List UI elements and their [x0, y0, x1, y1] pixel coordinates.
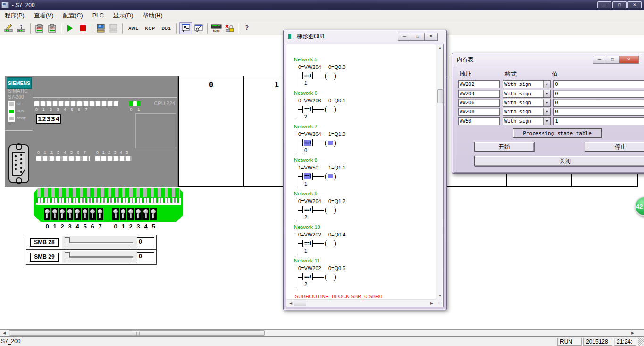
scroll-left-arrow[interactable]: ◀	[0, 330, 8, 336]
input-toggle-switch[interactable]	[127, 208, 134, 220]
awl-editor-icon[interactable]: AWL	[33, 22, 46, 34]
ladder-vertical-scrollbar[interactable]: ▲ ▼	[436, 44, 443, 299]
input-toggle-switch[interactable]	[51, 208, 58, 220]
help-icon[interactable]: ?	[241, 22, 253, 34]
memory-close-button[interactable]: ✕	[619, 56, 639, 64]
numeric-display: 12334	[36, 114, 61, 124]
address-field[interactable]: VW206	[458, 99, 500, 107]
main-scroll-thumb[interactable]	[9, 330, 265, 336]
value-field[interactable]: 0	[553, 80, 644, 88]
ladder-rung: 0=VW204 1=Q1.0 ==I () 0	[295, 131, 436, 154]
monitor-off-icon[interactable]	[107, 22, 120, 34]
format-dropdown[interactable]: With sign ▼	[503, 90, 551, 98]
input-toggle-switch[interactable]	[74, 208, 81, 220]
plc-lock-icon[interactable]	[223, 22, 235, 34]
input-toggle-switch[interactable]	[82, 208, 88, 220]
output-coil: ()	[324, 173, 336, 180]
close-table-button[interactable]: 关闭	[474, 156, 644, 166]
ladder-minimize-button[interactable]: ─	[398, 33, 411, 41]
value-field[interactable]: 0	[553, 99, 644, 107]
chevron-down-icon[interactable]: ▼	[543, 99, 550, 106]
input-toggle-switch[interactable]	[135, 208, 142, 220]
run-icon[interactable]	[64, 22, 76, 34]
chevron-down-icon[interactable]: ▼	[543, 90, 550, 97]
resize-grip[interactable]: ◫	[436, 299, 443, 307]
scroll-up-arrow[interactable]: ▲	[436, 44, 443, 51]
compare-value: 1	[304, 80, 436, 87]
input-toggle-switch[interactable]	[67, 208, 73, 220]
address-field[interactable]: VW202	[458, 80, 500, 88]
memory-window-title: 内存表	[457, 56, 474, 64]
scroll-left-arrow[interactable]: ◀	[287, 300, 294, 307]
menu-item[interactable]: 配置(C)	[58, 10, 87, 21]
output-coil: ()	[324, 206, 336, 213]
chevron-down-icon[interactable]: ▼	[543, 81, 550, 88]
db1-editor-icon[interactable]: DB1	[46, 22, 59, 34]
slider-thumb[interactable]	[65, 237, 70, 245]
minimize-button[interactable]: ─	[597, 1, 611, 8]
scroll-right-arrow[interactable]: ▶	[629, 330, 636, 336]
ladder-close-button[interactable]: ✕	[424, 33, 438, 41]
input-toggle-switch[interactable]	[142, 208, 149, 220]
start-button[interactable]: 开始	[474, 142, 534, 152]
value-field[interactable]: 0	[553, 108, 644, 116]
menu-item[interactable]: 显示(D)	[109, 10, 138, 21]
input-toggle-switch[interactable]	[97, 208, 103, 220]
menu-item[interactable]: 查看(V)	[29, 10, 59, 21]
contact-operand-label: 1=VW50	[298, 165, 328, 172]
analog-slider[interactable]	[62, 251, 137, 263]
address-field[interactable]: VW208	[458, 108, 500, 116]
scroll-down-arrow[interactable]: ▼	[436, 292, 443, 299]
stop-icon[interactable]	[76, 22, 89, 34]
main-horizontal-scrollbar[interactable]: ◀ ▶	[0, 329, 644, 336]
menu-item[interactable]: 帮助(H)	[138, 10, 167, 21]
menu-item[interactable]: 程序(P)	[0, 10, 29, 21]
menu-item[interactable]: PLC	[88, 11, 109, 20]
analog-value-field[interactable]: 0	[137, 252, 154, 261]
output-coil: ()	[324, 139, 336, 146]
vertical-scroll-thumb[interactable]	[437, 89, 443, 103]
td200-icon[interactable]: TD2II	[210, 22, 223, 34]
value-field[interactable]: 1	[553, 117, 644, 125]
memory-maximize-button[interactable]: □	[606, 56, 619, 64]
chart-window-icon[interactable]	[192, 22, 205, 34]
format-dropdown[interactable]: With sign ▼	[503, 108, 551, 116]
awl-view-button[interactable]: AWL	[125, 22, 142, 34]
monitor-on-icon[interactable]	[94, 22, 107, 34]
maximize-button[interactable]: □	[612, 1, 627, 8]
analog-value-field[interactable]: 0	[137, 237, 154, 246]
address-field[interactable]: VW50	[458, 117, 500, 125]
input-toggle-switch[interactable]	[89, 208, 96, 220]
input-toggle-switch[interactable]	[120, 208, 126, 220]
value-field[interactable]: 0	[553, 90, 644, 98]
db1-view-button[interactable]: DB1	[159, 22, 175, 34]
address-field[interactable]: VW204	[458, 90, 500, 98]
input-toggle-switch[interactable]	[150, 208, 157, 220]
stop-button[interactable]: 停止	[585, 142, 644, 152]
chevron-down-icon[interactable]: ▼	[543, 108, 550, 115]
horizontal-scroll-thumb[interactable]	[294, 301, 306, 306]
edit-program-icon[interactable]	[2, 22, 15, 34]
window-resize-grip[interactable]	[638, 338, 644, 346]
contact-operand-label: 0=VW204	[298, 198, 328, 205]
format-dropdown[interactable]: With sign ▼	[503, 80, 551, 88]
switch-group-0	[44, 208, 103, 220]
close-button[interactable]: ✕	[627, 1, 642, 8]
input-toggle-switch[interactable]	[112, 208, 119, 220]
load-program-icon[interactable]	[15, 22, 28, 34]
compare-value: 2	[304, 114, 436, 120]
analog-slider[interactable]	[62, 236, 137, 249]
ladder-maximize-button[interactable]: □	[411, 33, 425, 41]
processing-status-label: Processing state table	[513, 128, 602, 138]
format-dropdown[interactable]: With sign ▼	[503, 99, 551, 107]
slider-thumb[interactable]	[65, 252, 70, 260]
program-structure-icon[interactable]	[179, 22, 192, 34]
input-toggle-switch[interactable]	[59, 208, 66, 220]
kop-view-button[interactable]: KOP	[142, 22, 159, 34]
scroll-right-arrow[interactable]: ▶	[428, 300, 435, 307]
chevron-down-icon[interactable]: ▼	[543, 118, 550, 125]
memory-minimize-button[interactable]: ─	[593, 56, 606, 64]
format-dropdown[interactable]: With sign ▼	[503, 117, 551, 125]
input-toggle-switch[interactable]	[44, 208, 50, 220]
ladder-horizontal-scrollbar[interactable]: ◀ ▶	[286, 299, 436, 307]
